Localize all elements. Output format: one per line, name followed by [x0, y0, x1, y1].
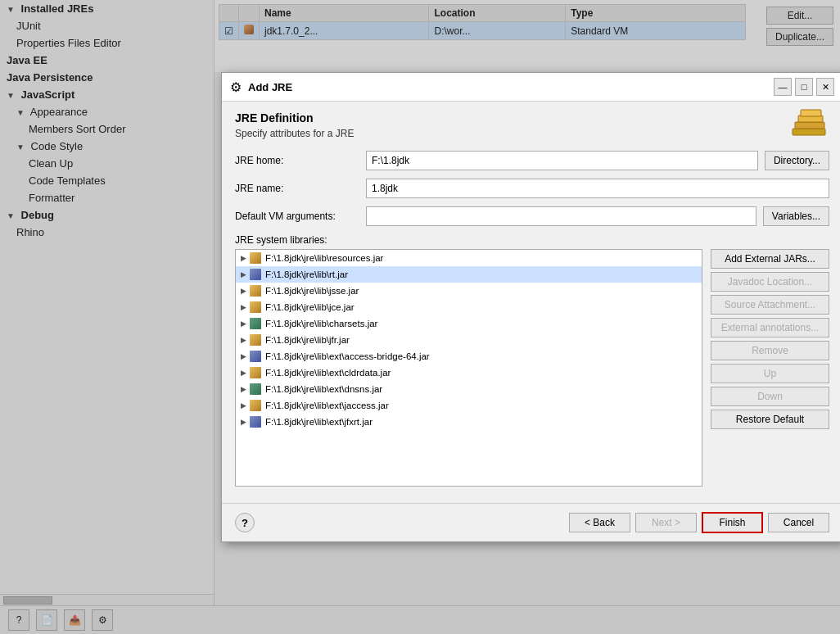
vm-args-label: Default VM arguments: — [235, 211, 366, 222]
back-button[interactable]: < Back — [569, 513, 630, 532]
lib-path: F:\1.8jdk\jre\lib\ext\dnsns.jar — [265, 384, 382, 394]
vm-args-row: Default VM arguments: Variables... — [235, 206, 829, 226]
list-item[interactable]: ▶ F:\1.8jdk\jre\lib\rt.jar — [236, 266, 702, 283]
dialog-titlebar: ⚙ Add JRE — □ ✕ — [222, 73, 840, 102]
lib-expand-arrow: ▶ — [241, 303, 246, 311]
list-item[interactable]: ▶ F:\1.8jdk\jre\lib\charsets.jar — [236, 315, 702, 332]
libs-list-container[interactable]: ▶ F:\1.8jdk\jre\lib\resources.jar ▶ F:\1… — [235, 249, 702, 487]
lib-path: F:\1.8jdk\jre\lib\jce.jar — [265, 302, 355, 312]
cancel-button[interactable]: Cancel — [768, 513, 829, 532]
jre-home-input[interactable] — [366, 151, 758, 170]
finish-button[interactable]: Finish — [702, 512, 763, 533]
lib-expand-arrow: ▶ — [241, 270, 246, 279]
libs-buttons: Add External JARs... Javadoc Location...… — [711, 249, 829, 487]
lib-jar-icon — [249, 284, 262, 297]
vm-args-input[interactable] — [366, 206, 756, 226]
svg-rect-0 — [793, 129, 825, 135]
directory-button[interactable]: Directory... — [765, 151, 829, 170]
lib-jar-icon — [249, 333, 262, 346]
lib-expand-arrow: ▶ — [241, 401, 246, 410]
jre-name-input[interactable] — [366, 179, 829, 198]
list-item[interactable]: ▶ F:\1.8jdk\jre\lib\ext\jaccess.jar — [236, 397, 702, 414]
list-item[interactable]: ▶ F:\1.8jdk\jre\lib\resources.jar — [236, 250, 702, 266]
lib-expand-arrow: ▶ — [241, 254, 246, 262]
system-libs-label: JRE system libraries: — [235, 234, 829, 246]
lib-jar-icon — [249, 383, 262, 396]
lib-path: F:\1.8jdk\jre\lib\rt.jar — [265, 269, 348, 279]
restore-default-button[interactable]: Restore Default — [711, 410, 829, 429]
lib-path: F:\1.8jdk\jre\lib\ext\jaccess.jar — [265, 401, 389, 410]
dialog-controls: — □ ✕ — [774, 78, 834, 96]
lib-jar-icon — [249, 301, 262, 314]
list-item[interactable]: ▶ F:\1.8jdk\jre\lib\jce.jar — [236, 299, 702, 315]
list-item[interactable]: ▶ F:\1.8jdk\jre\lib\ext\jfxrt.jar — [236, 414, 702, 430]
lib-expand-arrow: ▶ — [241, 385, 246, 393]
dialog-title-left: ⚙ Add JRE — [230, 79, 292, 95]
list-item[interactable]: ▶ F:\1.8jdk\jre\lib\ext\access-bridge-64… — [236, 348, 702, 365]
lib-path: F:\1.8jdk\jre\lib\resources.jar — [265, 253, 383, 263]
dialog-maximize-button[interactable]: □ — [795, 78, 813, 96]
lib-jar-icon — [249, 415, 262, 428]
lib-expand-arrow: ▶ — [241, 336, 246, 344]
lib-expand-arrow: ▶ — [241, 369, 246, 377]
dialog-section-title: JRE Definition — [235, 111, 354, 125]
dialog-section-subtitle: Specify attributes for a JRE — [235, 128, 354, 139]
lib-jar-icon — [249, 317, 262, 330]
dialog-icon: ⚙ — [230, 79, 242, 95]
down-button[interactable]: Down — [711, 387, 829, 406]
lib-path: F:\1.8jdk\jre\lib\jsse.jar — [265, 286, 359, 296]
jre-home-row: JRE home: Directory... — [235, 151, 829, 170]
variables-button[interactable]: Variables... — [763, 206, 829, 226]
lib-jar-icon — [249, 366, 262, 379]
jre-home-label: JRE home: — [235, 155, 366, 166]
jre-name-row: JRE name: — [235, 179, 829, 198]
remove-button[interactable]: Remove — [711, 341, 829, 360]
lib-expand-arrow: ▶ — [241, 287, 246, 295]
jre-name-label: JRE name: — [235, 183, 366, 194]
list-item[interactable]: ▶ F:\1.8jdk\jre\lib\jfr.jar — [236, 332, 702, 348]
lib-path: F:\1.8jdk\jre\lib\ext\cldrdata.jar — [265, 368, 391, 378]
lib-path: F:\1.8jdk\jre\lib\charsets.jar — [265, 319, 377, 328]
lib-expand-arrow: ▶ — [241, 418, 246, 426]
source-attachment-button[interactable]: Source Attachment... — [711, 295, 829, 315]
up-button[interactable]: Up — [711, 364, 829, 383]
libs-list: ▶ F:\1.8jdk\jre\lib\resources.jar ▶ F:\1… — [236, 250, 702, 430]
list-item[interactable]: ▶ F:\1.8jdk\jre\lib\ext\dnsns.jar — [236, 381, 702, 397]
footer-right: < Back Next > Finish Cancel — [569, 512, 829, 533]
dialog-title-text: Add JRE — [248, 81, 292, 93]
add-jre-dialog: ⚙ Add JRE — □ ✕ JRE Definition Specify a… — [221, 72, 840, 542]
lib-jar-icon — [249, 399, 262, 412]
lib-jar-icon — [249, 350, 262, 363]
footer-left: ? — [235, 513, 255, 532]
next-button[interactable]: Next > — [635, 513, 697, 532]
lib-path: F:\1.8jdk\jre\lib\ext\access-bridge-64.j… — [265, 351, 430, 361]
add-external-jars-button[interactable]: Add External JARs... — [711, 249, 829, 269]
dialog-close-button[interactable]: ✕ — [816, 78, 834, 96]
list-item[interactable]: ▶ F:\1.8jdk\jre\lib\jsse.jar — [236, 283, 702, 299]
external-annotations-button[interactable]: External annotations... — [711, 318, 829, 337]
lib-jar-icon — [249, 251, 262, 265]
javadoc-location-button[interactable]: Javadoc Location... — [711, 272, 829, 292]
dialog-body: JRE Definition Specify attributes for a … — [222, 102, 840, 496]
lib-path: F:\1.8jdk\jre\lib\ext\jfxrt.jar — [265, 417, 373, 427]
libs-section: ▶ F:\1.8jdk\jre\lib\resources.jar ▶ F:\1… — [235, 249, 829, 487]
book-stack-icon — [788, 108, 829, 143]
lib-expand-arrow: ▶ — [241, 352, 246, 360]
lib-jar-icon — [249, 268, 262, 281]
dialog-footer: ? < Back Next > Finish Cancel — [222, 503, 840, 541]
svg-rect-1 — [795, 122, 824, 129]
help-button[interactable]: ? — [235, 513, 255, 532]
svg-rect-3 — [801, 110, 821, 116]
lib-expand-arrow: ▶ — [241, 319, 246, 328]
dialog-minimize-button[interactable]: — — [774, 78, 792, 96]
list-item[interactable]: ▶ F:\1.8jdk\jre\lib\ext\cldrdata.jar — [236, 365, 702, 381]
lib-path: F:\1.8jdk\jre\lib\jfr.jar — [265, 335, 350, 345]
